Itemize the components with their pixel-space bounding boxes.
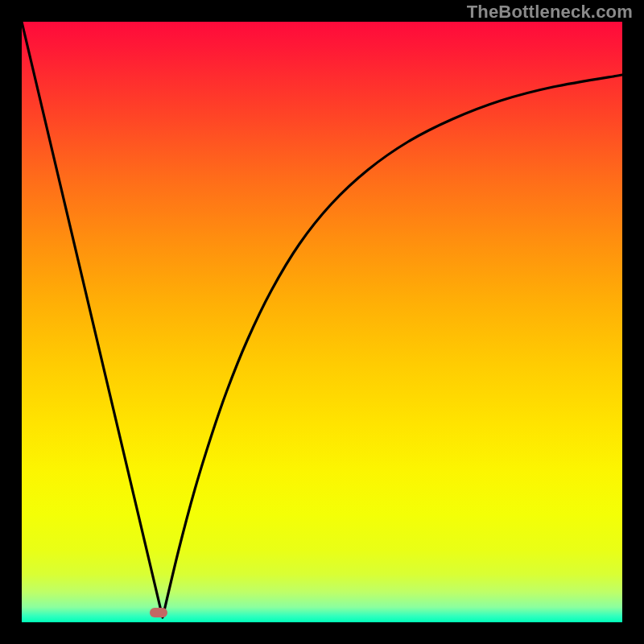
watermark-text: TheBottleneck.com — [467, 2, 633, 23]
optimum-marker — [150, 608, 167, 617]
bottleneck-curve — [22, 22, 622, 622]
